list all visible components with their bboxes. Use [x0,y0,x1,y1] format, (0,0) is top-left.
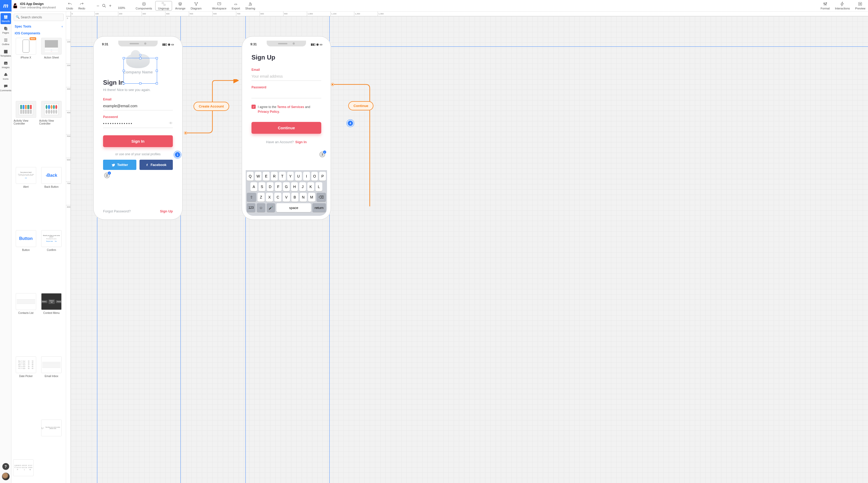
numbers-key[interactable]: 123 [247,203,255,212]
stencil-item[interactable]: Sending your pizza order, please wait [39,418,64,478]
user-avatar[interactable] [2,473,10,480]
interactions-button[interactable]: Interactions [832,0,852,11]
key-o[interactable]: O [311,172,318,181]
magnifier-icon[interactable] [102,3,106,8]
key-r[interactable]: R [271,172,278,181]
emoji-key[interactable]: ☺ [257,203,266,212]
undo-button[interactable]: Undo [63,0,75,11]
key-y[interactable]: Y [287,172,294,181]
zoom-in-button[interactable]: + [108,3,113,8]
key-b[interactable]: B [291,193,299,202]
redo-button[interactable]: Redo [76,0,88,11]
backspace-key[interactable]: ⌫ [316,193,326,202]
rail-images[interactable]: Images [1,59,11,70]
stencil-item[interactable]: —— Action Sheet [39,37,64,99]
shift-key[interactable]: ⇧ [247,193,256,202]
space-key[interactable]: space [276,203,311,212]
signin-link[interactable]: Sign In [295,140,307,144]
return-key[interactable]: return [312,203,326,212]
ios-keyboard[interactable]: QWERTYUIOP ASDFGHJKL ⇧ZXCVBNM⌫ 123 ☺ 🎤 s… [246,170,327,216]
stencil-item[interactable]: Activity View Controller [13,100,39,165]
ruler-vertical[interactable]: 0100200300400500600700800 [66,16,71,483]
signup-link[interactable]: Sign Up [160,209,173,213]
artboard-signup[interactable]: 9:31 ▮▮▯◉▭ Sign Up Email Password ✓ I ag… [242,36,331,220]
tos-link[interactable]: Terms of Services [277,105,304,109]
rail-stencils[interactable]: Stencils [1,13,11,24]
connector-endpoint[interactable] [184,132,187,134]
key-s[interactable]: S [258,182,266,191]
lock-icon[interactable] [11,2,19,9]
link-badge-3[interactable]: 3✓ [319,152,325,157]
workspace-button[interactable]: Workspace [210,0,229,11]
diagram-button[interactable]: Diagram [188,0,204,11]
key-l[interactable]: L [315,182,322,191]
key-c[interactable]: C [274,193,281,202]
stencil-item[interactable]: Would you like to eat some pizza?Everybo… [39,229,64,291]
key-z[interactable]: Z [257,193,265,202]
checkbox-icon[interactable]: ✓ [251,105,256,109]
category-spec-tools[interactable]: Spec Tools‹ [11,23,66,30]
key-m[interactable]: M [308,193,315,202]
resize-handle[interactable] [123,70,125,72]
email-input[interactable] [251,73,321,81]
zoom-out-button[interactable]: – [96,3,100,8]
key-p[interactable]: P [319,172,326,181]
eye-icon[interactable]: 👁 [169,121,173,125]
stencil-item[interactable]: Email Inbox [39,355,64,417]
components-button[interactable]: Components [133,0,154,11]
rail-comments[interactable]: Comments [1,82,11,93]
help-button[interactable]: ? [2,463,9,470]
forgot-password-link[interactable]: Forgot Password? [103,209,131,213]
ruler-horizontal[interactable]: 01002003004005006007008009001,0001,1001,… [71,11,868,16]
key-a[interactable]: A [250,182,257,191]
resize-handle[interactable] [156,82,158,85]
key-g[interactable]: G [283,182,290,191]
stencil-item[interactable]: Mon 5 Apr 15 59 Tue 6 Apr 16 00 Wed 7 Ap… [13,355,39,417]
stencil-item[interactable]: ‹ Back Back Button [39,166,64,228]
stencil-item[interactable]: New iPhone X [13,37,39,99]
key-k[interactable]: K [307,182,314,191]
stencil-item[interactable]: Q W E R T Y U I O PA S D F G H J K LZ X … [13,418,39,478]
key-t[interactable]: T [279,172,286,181]
rail-templates[interactable]: Templates [1,48,11,59]
password-input[interactable] [251,90,321,98]
key-u[interactable]: U [295,172,302,181]
rotate-handle[interactable] [139,54,141,56]
pill-create-account[interactable]: Create Account [193,102,229,111]
mic-key[interactable]: 🎤 [267,203,275,212]
resize-handle[interactable] [139,57,141,59]
signin-button[interactable]: Sign In [103,135,173,147]
preview-button[interactable]: Preview [852,0,868,11]
guide-horizontal[interactable] [71,46,868,47]
sharing-button[interactable]: Sharing [243,0,258,11]
zoom-level[interactable]: 100% [115,0,128,11]
resize-handle[interactable] [156,70,158,72]
arrange-button[interactable]: Arrange [173,0,188,11]
key-j[interactable]: J [299,182,306,191]
password-input[interactable] [103,120,173,128]
rail-icons[interactable]: Icons [1,71,11,82]
key-v[interactable]: V [283,193,290,202]
search-input[interactable] [13,13,64,21]
continue-button[interactable]: Continue [251,122,321,134]
link-badge-4[interactable]: 4 [347,120,353,126]
stencil-item[interactable]: Contacts List [13,292,39,354]
selection-box[interactable] [124,58,157,84]
pill-continue[interactable]: Continue [348,101,373,110]
facebook-button[interactable]: Facebook [140,160,173,170]
key-i[interactable]: I [303,172,310,181]
resize-handle[interactable] [123,57,125,59]
connector-endpoint[interactable] [331,83,334,86]
key-x[interactable]: X [266,193,273,202]
canvas[interactable]: 9:31 ▮▮▯◉▭ Company Name Sign In Hi there… [71,16,868,483]
key-e[interactable]: E [263,172,270,181]
ungroup-button[interactable]: Ungroup [155,1,172,10]
format-button[interactable]: Format [818,0,832,11]
resize-handle[interactable] [139,82,141,85]
app-logo[interactable]: m [0,0,11,11]
export-button[interactable]: Export [229,0,243,11]
key-d[interactable]: D [267,182,274,191]
category-ios-components[interactable]: iOS Components [11,30,66,37]
stencil-item[interactable]: Button Button [13,229,39,291]
email-input[interactable] [103,102,173,110]
